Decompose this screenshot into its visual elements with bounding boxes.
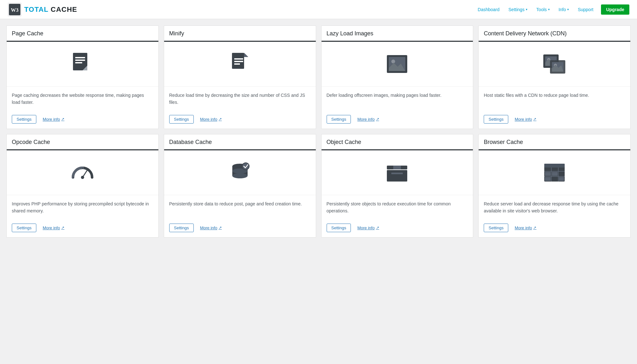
logo-total: TOTAL — [24, 5, 48, 13]
svg-rect-4 — [75, 57, 85, 58]
card-lazy-load-icon-area — [322, 42, 473, 86]
card-minify-description: Reduce load time by decreasing the size … — [164, 86, 316, 111]
opcode-cache-more-info-button[interactable]: More info ↗ — [43, 225, 64, 230]
browser-cache-external-link-icon: ↗ — [533, 225, 536, 230]
card-object-cache: Object Cache Persistently store objects … — [321, 134, 474, 238]
svg-rect-6 — [75, 62, 82, 63]
opcode-icon — [70, 160, 95, 185]
database-cache-external-link-icon: ↗ — [219, 225, 222, 230]
logo-text: TOTAL CACHE — [24, 5, 77, 14]
card-lazy-load-description: Defer loading offscreen images, making p… — [322, 86, 473, 111]
card-page-cache-footer: Settings More info ↗ — [7, 111, 158, 129]
opcode-cache-settings-button[interactable]: Settings — [12, 224, 36, 232]
nav-support[interactable]: Support — [574, 4, 597, 15]
card-browser-cache-title: Browser Cache — [479, 134, 630, 150]
cdn-icon — [542, 51, 567, 77]
card-database-cache: Database Cache Persistently store data t… — [164, 134, 316, 238]
card-page-cache-title: Page Cache — [7, 26, 158, 42]
card-browser-cache: Browser Cache Reduc — [478, 134, 631, 238]
info-chevron-icon: ▾ — [567, 8, 569, 11]
minify-external-link-icon: ↗ — [219, 117, 222, 121]
svg-rect-45 — [544, 164, 565, 168]
card-cdn-description: Host static files with a CDN to reduce p… — [479, 86, 630, 111]
card-cdn-footer: Settings More info ↗ — [479, 111, 630, 129]
cdn-external-link-icon: ↗ — [533, 117, 536, 121]
cards-grid: Page Cache Page caching decreases the we… — [6, 25, 631, 238]
svg-rect-41 — [387, 170, 407, 182]
svg-rect-12 — [234, 58, 243, 60]
lazy-load-settings-button[interactable]: Settings — [327, 115, 351, 124]
card-object-cache-footer: Settings More info ↗ — [322, 220, 473, 237]
svg-marker-15 — [244, 53, 248, 57]
card-minify-title: Minify — [164, 26, 316, 42]
svg-rect-51 — [552, 172, 558, 176]
cdn-more-info-button[interactable]: More info ↗ — [515, 117, 536, 122]
card-page-cache-description: Page caching decreases the website respo… — [7, 86, 158, 111]
card-browser-cache-footer: Settings More info ↗ — [479, 220, 630, 237]
minify-more-info-button[interactable]: More info ↗ — [200, 117, 222, 122]
card-database-cache-description: Persistently store data to reduce post, … — [164, 195, 316, 220]
database-icon — [227, 160, 253, 185]
svg-rect-14 — [234, 63, 240, 65]
card-opcode-cache: Opcode Cache Improves PHP performance by… — [6, 134, 159, 238]
card-cdn-icon-area — [479, 42, 630, 86]
card-lazy-load-title: Lazy Load Images — [322, 26, 473, 42]
main-nav: Dashboard Settings ▾ Tools ▾ Info ▾ Supp… — [474, 4, 629, 15]
page-cache-more-info-button[interactable]: More info ↗ — [43, 117, 64, 122]
database-cache-settings-button[interactable]: Settings — [169, 224, 194, 232]
card-opcode-cache-title: Opcode Cache — [7, 134, 158, 150]
card-browser-cache-icon-area — [479, 150, 630, 195]
card-database-cache-icon-area — [164, 150, 316, 195]
svg-line-30 — [83, 170, 87, 177]
nav-dashboard[interactable]: Dashboard — [474, 4, 503, 15]
logo: W3 TOTAL CACHE — [8, 3, 77, 17]
card-lazy-load: Lazy Load Images Defer loading offscreen… — [321, 25, 474, 129]
object-icon — [384, 160, 410, 185]
object-cache-settings-button[interactable]: Settings — [327, 224, 351, 232]
card-lazy-load-footer: Settings More info ↗ — [322, 111, 473, 129]
card-opcode-cache-footer: Settings More info ↗ — [7, 220, 158, 237]
lazy-load-more-info-button[interactable]: More info ↗ — [357, 117, 379, 122]
svg-rect-53 — [545, 177, 551, 181]
card-minify-icon-area — [164, 42, 316, 86]
opcode-cache-external-link-icon: ↗ — [61, 225, 64, 230]
browser-icon — [542, 160, 567, 185]
logo-cache: CACHE — [48, 5, 77, 13]
card-opcode-cache-description: Improves PHP performance by storing prec… — [7, 195, 158, 220]
svg-rect-5 — [75, 60, 85, 61]
browser-cache-settings-button[interactable]: Settings — [484, 224, 508, 232]
browser-cache-more-info-button[interactable]: More info ↗ — [515, 225, 536, 230]
nav-tools[interactable]: Tools ▾ — [532, 4, 554, 15]
card-object-cache-description: Persistently store objects to reduce exe… — [322, 195, 473, 220]
card-cdn: Content Delivery Network (CDN) Host stat… — [478, 25, 631, 129]
svg-rect-43 — [391, 173, 403, 174]
card-browser-cache-description: Reduce server load and decrease response… — [479, 195, 630, 220]
card-database-cache-title: Database Cache — [164, 134, 316, 150]
page-cache-settings-button[interactable]: Settings — [12, 115, 36, 124]
card-page-cache-icon-area — [7, 42, 158, 86]
minify-icon — [227, 51, 253, 77]
nav-info[interactable]: Info ▾ — [555, 4, 573, 15]
cdn-settings-button[interactable]: Settings — [484, 115, 508, 124]
database-cache-more-info-button[interactable]: More info ↗ — [200, 225, 222, 230]
minify-settings-button[interactable]: Settings — [169, 115, 194, 124]
svg-rect-13 — [234, 61, 243, 62]
lazy-load-external-link-icon: ↗ — [376, 117, 379, 121]
nav-settings[interactable]: Settings ▾ — [505, 4, 532, 15]
page-cache-external-link-icon: ↗ — [61, 117, 64, 121]
upgrade-button[interactable]: Upgrade — [601, 4, 629, 15]
svg-rect-50 — [545, 172, 551, 176]
main-content: Page Cache Page caching decreases the we… — [0, 19, 637, 244]
lazy-load-icon — [384, 51, 410, 77]
card-database-cache-footer: Settings More info ↗ — [164, 220, 316, 237]
card-minify-footer: Settings More info ↗ — [164, 111, 316, 129]
object-cache-more-info-button[interactable]: More info ↗ — [357, 225, 379, 230]
card-object-cache-title: Object Cache — [322, 134, 473, 150]
card-opcode-cache-icon-area — [7, 150, 158, 195]
card-minify: Minify Reduce load time by decreasing th… — [164, 25, 316, 129]
svg-text:W3: W3 — [11, 7, 18, 13]
svg-point-36 — [232, 173, 248, 178]
svg-rect-42 — [393, 166, 401, 169]
object-cache-external-link-icon: ↗ — [376, 225, 379, 230]
svg-point-18 — [391, 60, 395, 63]
